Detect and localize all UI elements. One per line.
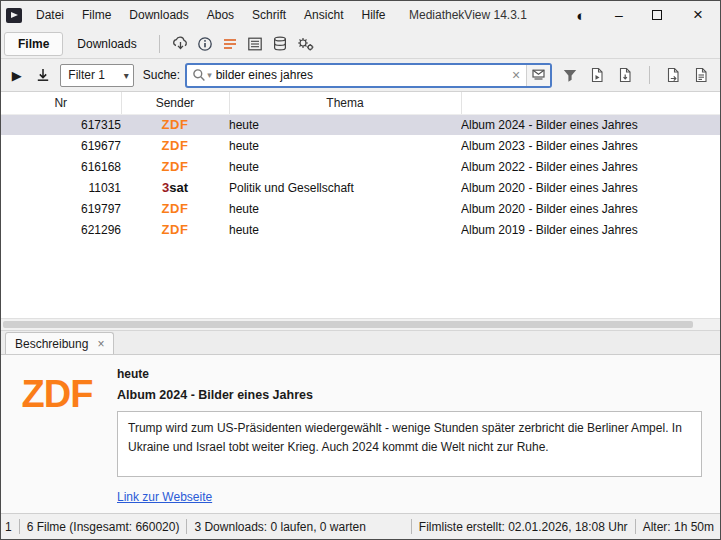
search-input[interactable] [212,68,506,82]
document-lines-icon [693,67,710,83]
tab-beschreibung[interactable]: Beschreibung × [5,332,114,354]
cell-thema[interactable]: heute [229,198,461,219]
cell-sender[interactable]: ZDF [121,114,229,135]
menu-abos[interactable]: Abos [198,1,243,29]
bookmark-film-button[interactable] [661,63,686,88]
cell-titel[interactable]: Album 2024 - Bilder eines Jahres [461,114,720,135]
cell-thema[interactable]: heute [229,219,461,240]
show-filter-button[interactable] [557,63,582,88]
mediainfo-button[interactable] [689,63,714,88]
mediathekview-window: DateiFilmeDownloadsAbosSchriftAnsichtHil… [0,0,721,540]
menu-downloads[interactable]: Downloads [120,1,197,29]
cell-thema[interactable]: heute [229,156,461,177]
table-row[interactable]: 621296ZDFheuteAlbum 2019 - Bilder eines … [1,219,720,240]
table-row[interactable]: 619797ZDFheuteAlbum 2020 - Bilder eines … [1,198,720,219]
clear-search-icon: × [512,67,520,83]
tab-downloads[interactable]: Downloads [63,32,150,56]
film-table-header: Nr Sender Thema [1,92,720,114]
clear-search-button[interactable]: × [506,65,526,86]
mail-stack-icon [531,68,546,82]
description-tab-bar: Beschreibung × [1,331,720,355]
film-toolbar: ▶ Filter 1 ▾ Suche: ▾ × [1,59,720,92]
column-header-sender[interactable]: Sender [121,92,229,114]
funnel-icon [562,68,578,83]
film-information-button[interactable] [193,31,218,56]
cell-nr[interactable]: 621296 [1,219,121,240]
cell-sender[interactable]: ZDF [121,135,229,156]
table-row[interactable]: 110313satPolitik und GesellschaftAlbum 2… [1,177,720,198]
table-row[interactable]: 617315ZDFheuteAlbum 2024 - Bilder eines … [1,114,720,135]
maximize-button[interactable] [638,1,676,29]
description-tab-label: Beschreibung [15,337,88,351]
minimize-button[interactable]: – [600,1,638,29]
cloud-download-icon [172,36,189,52]
close-icon: × [693,5,703,25]
cell-sender[interactable]: ZDF [121,198,229,219]
save-film-button[interactable] [613,63,638,88]
notifications-button[interactable] [218,31,243,56]
cell-titel[interactable]: Album 2019 - Bilder eines Jahres [461,219,720,240]
cell-nr[interactable]: 619797 [1,198,121,219]
record-film-button[interactable] [31,63,55,88]
gear-icon [296,36,315,52]
website-link[interactable]: Link zur Webseite [117,490,212,504]
close-description-button[interactable]: × [97,338,104,350]
zdf-logo: ZDF [162,201,189,216]
cell-titel[interactable]: Album 2023 - Bilder eines Jahres [461,135,720,156]
table-row[interactable]: 616168ZDFheuteAlbum 2022 - Bilder eines … [1,156,720,177]
menu-ansicht[interactable]: Ansicht [295,1,352,29]
menu-datei[interactable]: Datei [27,1,73,29]
filter-profile-select[interactable]: Filter 1 ▾ [60,64,133,87]
cell-thema[interactable]: heute [229,114,461,135]
cell-sender[interactable]: 3sat [121,177,229,198]
play-film-button[interactable]: ▶ [7,63,26,88]
cell-nr[interactable]: 619677 [1,135,121,156]
tab-filme[interactable]: Filme [4,32,63,56]
document-download-icon [617,67,634,83]
orange-list-icon [222,36,238,52]
cell-titel[interactable]: Album 2020 - Bilder eines Jahres [461,198,720,219]
status-download-count: 3 Downloads: 0 laufen, 0 warten [194,520,365,534]
toolbar-right-icons [557,63,714,88]
cell-nr[interactable]: 617315 [1,114,121,135]
zdf-logo: ZDF [162,138,189,153]
table-row[interactable]: 619677ZDFheuteAlbum 2023 - Bilder eines … [1,135,720,156]
chevron-down-icon: ▾ [124,70,129,81]
zdf-logo: ZDF [162,222,189,237]
column-header-nr[interactable]: Nr [1,92,121,114]
settings-button[interactable] [293,31,318,56]
load-filmlist-button[interactable] [168,31,193,56]
menu-filme[interactable]: Filme [73,1,120,29]
search-label: Suche: [143,68,180,82]
cell-titel[interactable]: Album 2022 - Bilder eines Jahres [461,156,720,177]
status-filmlist-created: Filmliste erstellt: 02.01.2026, 18:08 Uh… [419,520,628,534]
description-body: heute Album 2024 - Bilder eines Jahres T… [117,367,702,505]
zdf-logo: ZDF [11,367,103,505]
status-filmlist-age: Alter: 1h 50m [643,520,714,534]
search-options-button[interactable] [526,65,550,86]
open-film-button[interactable] [585,63,610,88]
close-button[interactable]: × [676,1,720,29]
database-button[interactable] [268,31,293,56]
document-arrow-icon [665,67,682,83]
filmlist-button[interactable] [243,31,268,56]
scrollbar-thumb[interactable] [3,321,693,328]
cell-nr[interactable]: 616168 [1,156,121,177]
theme-toggle-button[interactable]: ◐ [562,1,600,29]
search-scope-button[interactable]: ▾ [192,68,212,82]
main-tab-bar: Filme Downloads [1,29,720,59]
cell-thema[interactable]: Politik und Gesellschaft [229,177,461,198]
toolbar-separator [649,66,650,84]
column-header-thema[interactable]: Thema [229,92,461,114]
info-icon [197,36,213,52]
window-title: MediathekView 14.3.1 [409,1,527,29]
cell-sender[interactable]: ZDF [121,156,229,177]
column-header-titel[interactable] [461,92,720,114]
list-box-icon [247,36,263,52]
cell-nr[interactable]: 11031 [1,177,121,198]
menu-hilfe[interactable]: Hilfe [352,1,394,29]
cell-titel[interactable]: Album 2020 - Bilder eines Jahres [461,177,720,198]
menu-schrift[interactable]: Schrift [243,1,295,29]
cell-sender[interactable]: ZDF [121,219,229,240]
cell-thema[interactable]: heute [229,135,461,156]
